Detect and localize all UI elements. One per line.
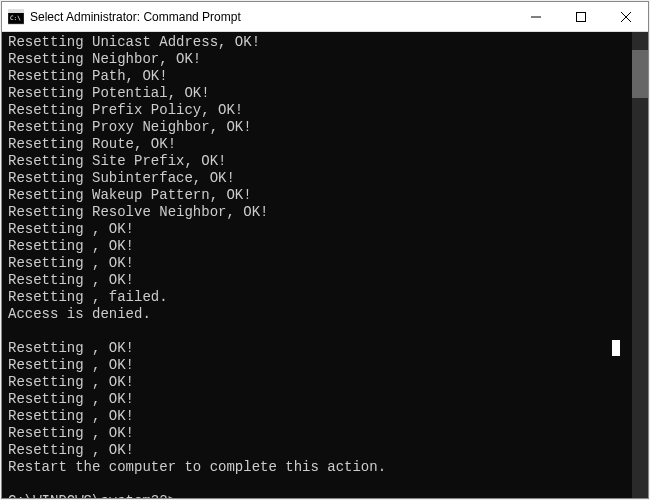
window-controls xyxy=(513,2,648,31)
terminal-output: Resetting Unicast Address, OK! Resetting… xyxy=(8,34,632,496)
titlebar[interactable]: C:\ Select Administrator: Command Prompt xyxy=(2,2,648,32)
svg-text:C:\: C:\ xyxy=(10,14,21,21)
scrollbar-thumb[interactable] xyxy=(632,50,648,98)
vertical-scrollbar[interactable] xyxy=(632,32,648,498)
minimize-button[interactable] xyxy=(513,2,558,31)
maximize-button[interactable] xyxy=(558,2,603,31)
command-prompt-window: C:\ Select Administrator: Command Prompt… xyxy=(1,1,649,499)
svg-rect-4 xyxy=(576,12,585,21)
terminal-content[interactable]: Resetting Unicast Address, OK! Resetting… xyxy=(2,32,648,498)
close-button[interactable] xyxy=(603,2,648,31)
window-title: Select Administrator: Command Prompt xyxy=(30,10,513,24)
cmd-icon: C:\ xyxy=(8,9,24,25)
svg-rect-1 xyxy=(8,10,24,13)
selection-cursor xyxy=(612,340,620,356)
